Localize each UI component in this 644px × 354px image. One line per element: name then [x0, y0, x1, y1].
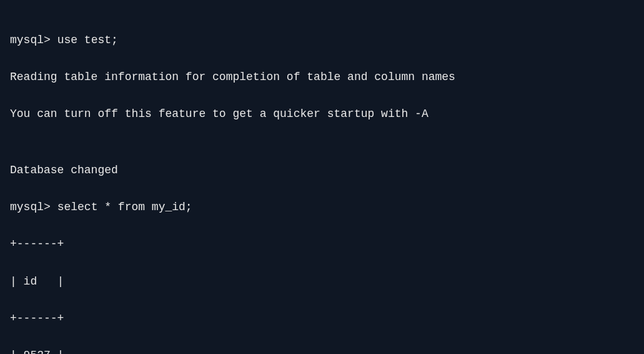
terminal-output[interactable]: mysql> use test; Reading table informati…	[10, 13, 634, 354]
terminal-line: You can turn off this feature to get a q…	[10, 105, 634, 124]
prompt: mysql>	[10, 34, 57, 46]
terminal-line: mysql> use test;	[10, 31, 634, 50]
command-text: select * from my_id;	[57, 201, 192, 213]
terminal-line: Database changed	[10, 161, 634, 180]
terminal-line: mysql> select * from my_id;	[10, 198, 634, 217]
table-row: | 9527 |	[10, 346, 634, 354]
table-border: +------+	[10, 310, 634, 328]
terminal-line: Reading table information for completion…	[10, 68, 634, 87]
command-text: use test;	[57, 34, 118, 46]
prompt: mysql>	[10, 201, 57, 213]
table-header: | id |	[10, 273, 634, 291]
table-border: +------+	[10, 235, 634, 254]
